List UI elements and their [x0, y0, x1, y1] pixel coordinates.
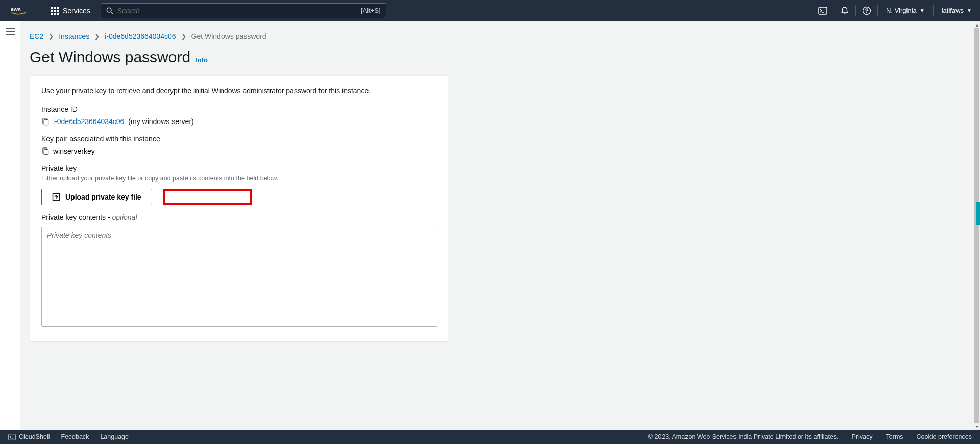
- services-label: Services: [63, 7, 90, 15]
- instance-name: (my windows server): [128, 117, 193, 126]
- chevron-right-icon: ❯: [48, 33, 54, 40]
- notifications-icon[interactable]: [834, 0, 855, 21]
- nav-divider: [41, 5, 41, 16]
- svg-line-2: [111, 12, 113, 14]
- svg-rect-9: [44, 119, 48, 125]
- instance-id-label: Instance ID: [41, 105, 436, 113]
- search-icon: [106, 7, 113, 14]
- svg-point-1: [107, 8, 111, 12]
- cloudshell-icon[interactable]: [812, 0, 834, 21]
- breadcrumb: EC2 ❯ Instances ❯ i-0de6d523664034c06 ❯ …: [30, 21, 965, 44]
- services-grid-icon: [51, 7, 59, 15]
- main-content: EC2 ❯ Instances ❯ i-0de6d523664034c06 ❯ …: [20, 21, 974, 430]
- left-rail: [0, 21, 20, 430]
- scrollbar-thumb[interactable]: [974, 28, 979, 423]
- services-menu[interactable]: Services: [45, 7, 95, 15]
- breadcrumb-current: Get Windows password: [191, 32, 266, 40]
- pk-contents-label-text: Private key contents -: [41, 213, 112, 221]
- page-title-row: Get Windows password Info: [30, 44, 965, 75]
- keypair-value-row: winserverkey: [41, 147, 436, 155]
- privacy-link[interactable]: Privacy: [852, 433, 873, 440]
- panel-description: Use your private key to retrieve and dec…: [41, 87, 436, 95]
- language-link[interactable]: Language: [100, 433, 129, 440]
- footer-left: CloudShell Feedback Language: [8, 433, 129, 441]
- account-menu[interactable]: latifaws ▼: [934, 7, 980, 14]
- keypair-label: Key pair associated with this instance: [41, 135, 436, 143]
- scroll-down-arrow[interactable]: ▾: [974, 423, 980, 430]
- private-key-label: Private key: [41, 164, 436, 172]
- svg-text:aws: aws: [11, 6, 21, 12]
- search-input[interactable]: [117, 7, 361, 15]
- user-label: latifaws: [942, 7, 964, 14]
- cloudshell-label: CloudShell: [19, 433, 50, 440]
- hamburger-menu[interactable]: [6, 28, 15, 35]
- vertical-scrollbar[interactable]: ▴ ▾: [974, 21, 980, 430]
- breadcrumb-ec2[interactable]: EC2: [30, 32, 43, 40]
- svg-rect-11: [44, 149, 48, 154]
- keypair-name: winserverkey: [53, 147, 95, 155]
- upload-icon: [52, 193, 60, 201]
- breadcrumb-instances[interactable]: Instances: [59, 32, 89, 40]
- svg-rect-3: [819, 7, 827, 14]
- region-selector[interactable]: N. Virginia ▼: [878, 7, 933, 14]
- help-icon[interactable]: [856, 0, 877, 21]
- pk-contents-label: Private key contents - optional: [41, 213, 436, 221]
- cloudshell-button[interactable]: CloudShell: [8, 433, 50, 441]
- nav-right: N. Virginia ▼ latifaws ▼: [812, 0, 980, 21]
- help-panel-toggle[interactable]: [976, 202, 980, 225]
- search-hotkey: [Alt+S]: [361, 7, 381, 14]
- svg-point-7: [866, 12, 867, 13]
- caret-down-icon: ▼: [920, 8, 925, 13]
- top-navigation: aws Services [Alt+S] N. Virginia ▼: [0, 0, 980, 21]
- breadcrumb-instance-id[interactable]: i-0de6d523664034c06: [105, 32, 176, 40]
- svg-rect-13: [9, 434, 15, 440]
- cookie-preferences-link[interactable]: Cookie preferences: [917, 433, 972, 440]
- private-key-desc: Either upload your private key file or c…: [41, 175, 436, 182]
- copyright-text: © 2023, Amazon Web Services India Privat…: [648, 433, 839, 440]
- instance-id-value-row: i-0de6d523664034c06 (my windows server): [41, 117, 436, 126]
- password-panel: Use your private key to retrieve and dec…: [30, 75, 448, 341]
- feedback-link[interactable]: Feedback: [61, 433, 89, 440]
- instance-id-link[interactable]: i-0de6d523664034c06: [53, 117, 124, 126]
- copy-icon[interactable]: [41, 147, 49, 155]
- global-search[interactable]: [Alt+S]: [101, 3, 386, 18]
- caret-down-icon: ▼: [967, 8, 972, 13]
- footer-right: © 2023, Amazon Web Services India Privat…: [648, 433, 972, 440]
- scroll-up-arrow[interactable]: ▴: [974, 21, 980, 28]
- optional-label: optional: [112, 213, 137, 221]
- chevron-right-icon: ❯: [94, 33, 100, 40]
- copy-icon[interactable]: [41, 118, 49, 126]
- chevron-right-icon: ❯: [181, 33, 186, 40]
- aws-logo[interactable]: aws: [8, 6, 29, 15]
- upload-private-key-button[interactable]: Upload private key file: [41, 189, 152, 205]
- terms-link[interactable]: Terms: [886, 433, 903, 440]
- page-title: Get Windows password: [30, 48, 190, 66]
- upload-button-label: Upload private key file: [65, 193, 141, 201]
- highlighted-region: [163, 189, 252, 205]
- upload-row: Upload private key file: [41, 189, 436, 205]
- info-link[interactable]: Info: [195, 56, 208, 64]
- private-key-contents-textarea[interactable]: [41, 227, 437, 327]
- footer-bar: CloudShell Feedback Language © 2023, Ama…: [0, 430, 980, 444]
- region-label: N. Virginia: [886, 7, 917, 14]
